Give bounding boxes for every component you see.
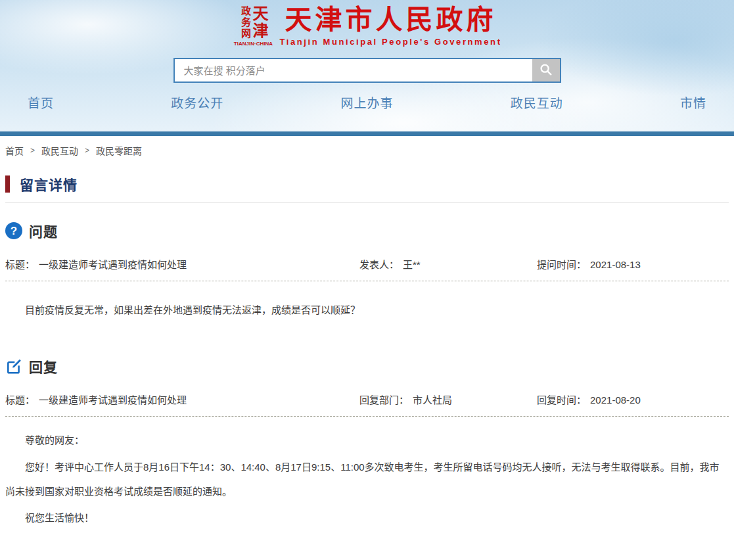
reply-text: 您好！考评中心工作人员于8月16日下午14：30、14:40、8月17日9:15… <box>5 455 729 504</box>
site-header: 政务网 天津 TIANJIN·CHINA 天津市人民政府 Tianjin Mun… <box>0 0 734 136</box>
nav-item-government-affairs[interactable]: 政务公开 <box>171 93 223 111</box>
breadcrumb-home[interactable]: 首页 <box>5 144 24 157</box>
message-detail-header: 留言详情 <box>5 174 729 203</box>
reply-salutation: 尊敬的网友： <box>5 429 729 453</box>
breadcrumb-zero-distance[interactable]: 政民零距离 <box>96 144 142 157</box>
question-time-value: 2021-08-13 <box>590 259 641 270</box>
reply-heading: 回复 <box>29 356 58 376</box>
question-title-value: 一级建造师考试遇到疫情如何处理 <box>39 259 187 270</box>
nav-item-online-services[interactable]: 网上办事 <box>340 93 393 111</box>
question-author-label: 发表人： <box>359 259 399 270</box>
reply-dept-label: 回复部门： <box>359 394 409 406</box>
search-box <box>173 58 561 83</box>
reply-meta-row: 标题：一级建造师考试遇到疫情如何处理 回复部门：市人社局 回复时间：2021-0… <box>5 392 729 417</box>
site-logo[interactable]: 政务网 天津 TIANJIN·CHINA 天津市人民政府 Tianjin Mun… <box>0 0 734 47</box>
question-author-value: 王** <box>403 259 421 270</box>
nav-item-home[interactable]: 首页 <box>28 93 54 111</box>
reply-signature-department: 市人社局 <box>5 557 714 560</box>
question-title-label: 标题： <box>5 259 35 270</box>
reply-title-value: 一级建造师考试遇到疫情如何处理 <box>39 394 187 406</box>
main-navigation: 首页 政务公开 网上办事 政民互动 市情 <box>0 93 734 111</box>
reply-closing: 祝您生活愉快！ <box>5 506 729 530</box>
question-section: ? 问题 标题：一级建造师考试遇到疫情如何处理 发表人：王** 提问时间：202… <box>5 221 729 318</box>
question-heading: 问题 <box>29 221 58 241</box>
reply-edit-icon <box>5 358 22 375</box>
site-title: 天津市人民政府 <box>279 5 501 35</box>
reply-signature-block: 市人社局 2021年8月20日 <box>5 557 729 560</box>
main-content: 留言详情 ? 问题 标题：一级建造师考试遇到疫情如何处理 发表人：王** 提问时… <box>0 174 734 560</box>
question-content: 目前疫情反复无常，如果出差在外地遇到疫情无法返津，成绩是否可以顺延？ <box>5 302 729 318</box>
breadcrumb-separator: > <box>30 146 35 155</box>
breadcrumb: 首页 > 政民互动 > 政民零距离 <box>0 136 734 164</box>
reply-time-value: 2021-08-20 <box>590 394 641 406</box>
reply-body: 尊敬的网友： 您好！考评中心工作人员于8月16日下午14：30、14:40、8月… <box>5 429 729 530</box>
search-input[interactable] <box>175 59 532 82</box>
nav-item-city-info[interactable]: 市情 <box>680 93 706 111</box>
page-title: 留言详情 <box>20 174 78 194</box>
seal-caption: TIANJIN·CHINA <box>232 41 274 47</box>
seal-text-left: 政务网 <box>240 5 250 39</box>
seal-text-right: 天津 <box>251 5 267 39</box>
question-meta-row: 标题：一级建造师考试遇到疫情如何处理 发表人：王** 提问时间：2021-08-… <box>5 257 729 281</box>
search-button[interactable] <box>532 59 560 82</box>
reply-time-label: 回复时间： <box>537 394 586 406</box>
breadcrumb-separator: > <box>85 146 89 155</box>
reply-section: 回复 标题：一级建造师考试遇到疫情如何处理 回复部门：市人社局 回复时间：202… <box>5 356 729 560</box>
site-subtitle: Tianjin Municipal People's Government <box>279 37 501 47</box>
question-time-label: 提问时间： <box>537 259 586 270</box>
reply-title-label: 标题： <box>5 394 35 406</box>
government-seal-logo: 政务网 天津 TIANJIN·CHINA <box>232 5 274 47</box>
breadcrumb-public-interaction[interactable]: 政民互动 <box>41 144 78 157</box>
question-icon: ? <box>5 222 22 239</box>
nav-item-public-interaction[interactable]: 政民互动 <box>511 93 563 111</box>
section-title-accent-bar <box>5 175 10 193</box>
search-icon <box>539 62 553 79</box>
reply-dept-value: 市人社局 <box>413 394 452 406</box>
header-divider-bar <box>0 131 734 136</box>
